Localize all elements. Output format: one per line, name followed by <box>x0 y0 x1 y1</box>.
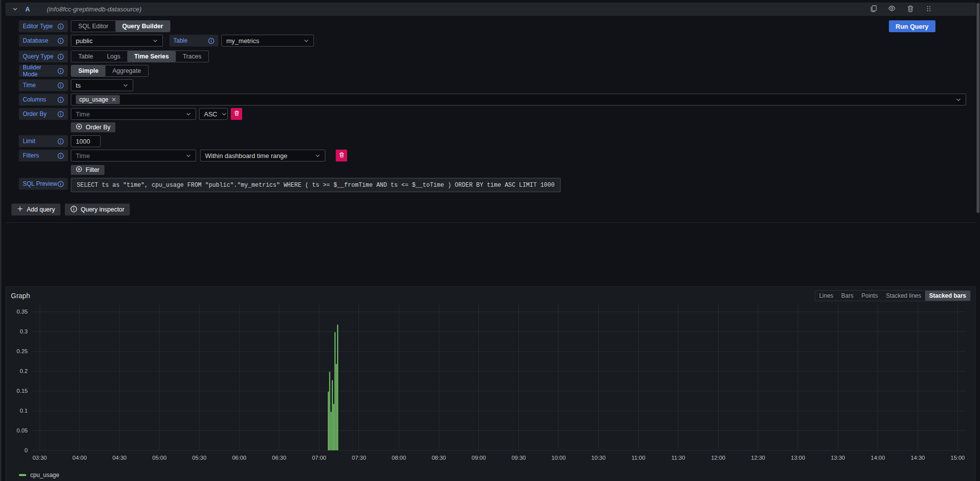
info-icon[interactable] <box>57 181 64 187</box>
info-icon[interactable] <box>57 138 64 145</box>
svg-text:07:30: 07:30 <box>352 455 366 461</box>
columns-row: Columns cpu_usage <box>19 94 966 106</box>
filters-label: Filters <box>19 150 68 161</box>
filter-field-select[interactable]: Time <box>71 150 196 161</box>
editor-type-query-builder[interactable]: Query Builder <box>115 21 170 32</box>
legend-item-cpu_usage[interactable]: cpu_usage <box>19 472 59 479</box>
datasource-name: (info8fcc-greptimedb-datasource) <box>47 5 141 13</box>
column-chip-cpu-usage[interactable]: cpu_usage <box>76 95 120 104</box>
svg-text:0: 0 <box>25 447 28 453</box>
svg-text:0.1: 0.1 <box>20 408 28 414</box>
sql-preview-text: SELECT ts as "time", cpu_usage FROM "pub… <box>71 178 561 192</box>
svg-text:13:00: 13:00 <box>791 455 805 461</box>
remove-order-by-button[interactable] <box>231 108 242 120</box>
time-label: Time <box>19 79 68 91</box>
svg-text:08:00: 08:00 <box>392 455 406 461</box>
svg-text:14:30: 14:30 <box>911 455 925 461</box>
info-icon[interactable] <box>208 38 214 44</box>
chevron-down-icon <box>315 153 320 159</box>
builder-mode-simple[interactable]: Simple <box>71 65 105 76</box>
query-drag-handle[interactable] <box>923 3 934 16</box>
builder-mode-switch: SimpleAggregate <box>71 65 149 77</box>
duplicate-query-button[interactable] <box>868 3 879 16</box>
remove-filter-button[interactable] <box>336 150 347 161</box>
sql-preview-row: SQL Preview SELECT ts as "time", cpu_usa… <box>19 178 966 192</box>
svg-text:13:30: 13:30 <box>831 455 845 461</box>
limit-input[interactable]: 1000 <box>71 135 101 147</box>
order-by-row: Order By Time ASC <box>19 108 966 120</box>
chevron-down-icon <box>153 38 158 44</box>
limit-row: Limit 1000 <box>19 135 966 147</box>
svg-text:07:00: 07:00 <box>312 455 326 461</box>
editor-type-switch: SQL EditorQuery Builder <box>71 20 170 32</box>
limit-label: Limit <box>19 135 68 147</box>
query-inspector-button[interactable]: Query inspector <box>65 204 130 215</box>
builder-mode-label: Builder Mode <box>19 65 68 77</box>
builder-mode-aggregate[interactable]: Aggregate <box>105 65 148 76</box>
svg-text:0.05: 0.05 <box>17 428 28 433</box>
copy-icon <box>870 5 877 14</box>
builder-mode-row: Builder Mode SimpleAggregate <box>19 65 966 77</box>
circle-plus-icon <box>76 123 82 131</box>
time-row: Time ts <box>19 79 966 91</box>
add-filter-button[interactable]: Filter <box>71 165 104 175</box>
database-select[interactable]: public <box>71 35 163 47</box>
remove-column-icon[interactable] <box>111 97 116 102</box>
editor-type-sql-editor[interactable]: SQL Editor <box>71 21 115 32</box>
svg-text:0.35: 0.35 <box>17 309 28 315</box>
svg-text:03:30: 03:30 <box>33 455 47 461</box>
svg-text:11:30: 11:30 <box>671 455 685 461</box>
add-order-by-button[interactable]: Order By <box>71 122 115 132</box>
chevron-down-icon <box>186 111 191 117</box>
info-icon[interactable] <box>57 97 64 103</box>
query-type-logs[interactable]: Logs <box>100 51 127 62</box>
query-type-label: Query Type <box>19 51 68 62</box>
display-mode-points[interactable]: Points <box>858 291 882 301</box>
columns-label: Columns <box>19 94 68 106</box>
svg-text:15:00: 15:00 <box>950 455 965 461</box>
query-header[interactable]: A (info8fcc-greptimedb-datasource) <box>5 2 976 16</box>
display-mode-lines[interactable]: Lines <box>815 291 837 301</box>
trash-icon <box>234 110 240 118</box>
table-select[interactable]: my_metrics <box>221 35 314 47</box>
filter-condition-select[interactable]: Within dashboard time range <box>200 150 325 161</box>
info-icon[interactable] <box>57 111 64 117</box>
display-mode-bars[interactable]: Bars <box>837 291 858 301</box>
run-query-button[interactable]: Run Query <box>889 20 935 32</box>
chevron-down-icon <box>956 97 961 103</box>
order-by-field-select[interactable]: Time <box>71 108 196 120</box>
legend-series-color <box>19 474 26 476</box>
svg-text:08:30: 08:30 <box>432 455 446 461</box>
add-query-button[interactable]: Add query <box>11 204 60 215</box>
info-icon[interactable] <box>57 153 64 159</box>
grafana-query-editor-page: A (info8fcc-greptimedb-datasource) Edito… <box>0 0 980 481</box>
display-mode-stacked-lines[interactable]: Stacked lines <box>882 291 925 301</box>
query-type-row: Query Type TableLogsTime SeriesTraces <box>19 51 966 62</box>
info-icon[interactable] <box>57 38 64 44</box>
trash-icon <box>339 152 345 160</box>
svg-text:05:30: 05:30 <box>192 455 206 461</box>
time-column-select[interactable]: ts <box>71 79 133 91</box>
svg-text:12:30: 12:30 <box>751 455 765 461</box>
legend-series-label: cpu_usage <box>30 472 59 479</box>
display-mode-stacked-bars[interactable]: Stacked bars <box>925 291 970 301</box>
graph-panel-header: Graph LinesBarsPointsStacked linesStacke… <box>11 290 971 302</box>
plus-icon <box>17 206 23 214</box>
scrollbar-thumb[interactable] <box>977 3 980 213</box>
sql-preview-label: SQL Preview <box>19 178 68 190</box>
query-type-traces[interactable]: Traces <box>176 51 208 62</box>
order-by-direction-select[interactable]: ASC <box>199 108 228 120</box>
time-series-chart[interactable]: 00.050.10.150.20.250.30.3503:3004:0004:3… <box>11 302 971 470</box>
collapse-chevron-icon[interactable] <box>12 6 18 12</box>
query-type-table[interactable]: Table <box>71 51 100 62</box>
info-icon[interactable] <box>57 82 64 89</box>
columns-multiselect[interactable]: cpu_usage <box>71 94 966 106</box>
delete-query-button[interactable] <box>905 3 916 16</box>
svg-text:14:00: 14:00 <box>871 455 885 461</box>
info-icon[interactable] <box>57 23 64 30</box>
hide-query-button[interactable] <box>886 2 898 16</box>
panel-title: Graph <box>11 292 30 300</box>
info-icon[interactable] <box>57 68 64 74</box>
info-icon[interactable] <box>57 53 64 60</box>
query-type-time-series[interactable]: Time Series <box>127 51 176 62</box>
